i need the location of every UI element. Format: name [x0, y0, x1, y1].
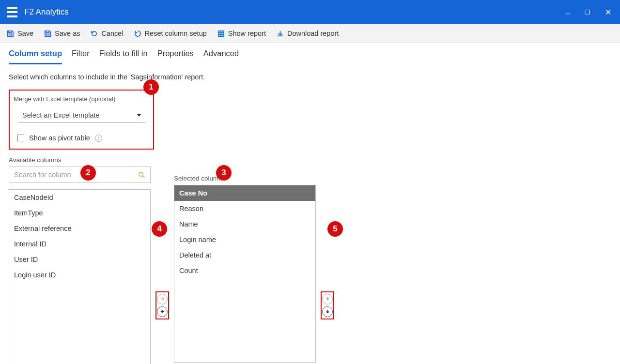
tab-advanced[interactable]: Advanced: [203, 47, 239, 64]
callout-2: 2: [80, 165, 96, 181]
merge-label: Merge with Excel template (optional): [14, 95, 145, 103]
move-down-button[interactable]: [322, 306, 333, 317]
available-columns-block: Available columns CaseNodeId ItemType Ex…: [9, 156, 151, 364]
save-label: Save: [17, 30, 33, 37]
grid-icon: [217, 30, 225, 37]
app-title: F2 Analytics: [24, 7, 69, 17]
template-placeholder: Select an Excel template: [22, 111, 100, 119]
undo-icon: [91, 30, 98, 37]
list-item[interactable]: Case No: [174, 185, 315, 201]
close-icon[interactable]: ✕: [605, 8, 611, 17]
reset-icon: [134, 30, 141, 37]
save-button[interactable]: Save: [7, 30, 33, 37]
arrow-up-icon: [325, 296, 330, 302]
selected-label: Selected columns: [174, 175, 316, 182]
selected-list[interactable]: Case No Reason Name Login name Deleted a…: [174, 185, 316, 363]
search-box: [9, 167, 151, 183]
move-controls: [155, 291, 169, 319]
callout-1: 1: [143, 79, 159, 95]
download-report-label: Download report: [287, 30, 339, 37]
move-left-button[interactable]: [157, 306, 168, 317]
tab-fields[interactable]: Fields to fill in: [99, 47, 148, 64]
arrow-right-icon: [160, 296, 165, 302]
list-item[interactable]: Name: [174, 216, 315, 232]
cancel-button[interactable]: Cancel: [91, 30, 123, 37]
titlebar: F2 Analytics _ ❐ ✕: [0, 0, 620, 24]
save-as-icon: [44, 30, 51, 37]
show-report-button[interactable]: Show report: [217, 30, 266, 37]
download-report-button[interactable]: Download report: [277, 30, 339, 37]
list-item[interactable]: Internal ID: [9, 236, 150, 252]
info-icon[interactable]: i: [95, 135, 102, 142]
list-item[interactable]: User ID: [9, 252, 150, 267]
arrow-left-icon: [160, 309, 165, 314]
list-item[interactable]: Deleted at: [174, 247, 315, 263]
tab-column-setup[interactable]: Column setup: [9, 47, 62, 64]
minimize-icon[interactable]: _: [566, 6, 570, 15]
tabs: Column setup Filter Fields to fill in Pr…: [0, 43, 620, 64]
svg-point-1: [139, 172, 143, 176]
reset-label: Reset column setup: [145, 30, 207, 37]
callout-4: 4: [152, 221, 167, 237]
move-right-button[interactable]: [157, 294, 168, 304]
svg-line-2: [142, 176, 144, 178]
available-list[interactable]: CaseNodeId ItemType External reference I…: [9, 189, 151, 364]
list-item[interactable]: External reference: [9, 221, 150, 236]
maximize-icon[interactable]: ❐: [585, 9, 590, 16]
tab-properties[interactable]: Properties: [157, 47, 194, 64]
show-report-label: Show report: [228, 30, 266, 37]
callout-3: 3: [216, 165, 232, 181]
list-item[interactable]: CaseNodeId: [9, 190, 150, 205]
callout-5: 5: [327, 221, 343, 237]
list-item[interactable]: Count: [174, 263, 315, 278]
list-item[interactable]: Reason: [174, 201, 315, 216]
search-input[interactable]: [14, 171, 138, 179]
merge-section: Merge with Excel template (optional) Sel…: [9, 90, 154, 150]
arrow-down-icon: [325, 309, 330, 314]
reorder-controls: [321, 291, 334, 319]
app-icon: [7, 7, 17, 17]
cancel-label: Cancel: [101, 30, 123, 37]
save-icon: [7, 30, 14, 37]
save-as-label: Save as: [55, 30, 80, 37]
search-icon: [138, 171, 145, 179]
instruction-text: Select which columns to include in the '…: [9, 73, 611, 81]
available-label: Available columns: [9, 156, 151, 164]
move-up-button[interactable]: [322, 294, 333, 304]
list-item[interactable]: Login name: [174, 232, 315, 247]
reset-button[interactable]: Reset column setup: [134, 30, 207, 37]
pivot-checkbox[interactable]: [17, 135, 24, 141]
selected-columns-block: Selected columns Case No Reason Name Log…: [174, 156, 316, 363]
list-item[interactable]: ItemType: [9, 205, 150, 221]
save-as-button[interactable]: Save as: [44, 30, 80, 37]
toolbar: Save Save as Cancel Reset column setup S…: [0, 24, 620, 43]
list-item[interactable]: Login user ID: [9, 267, 150, 283]
download-icon: [277, 30, 284, 37]
chevron-down-icon: [137, 114, 141, 117]
pivot-label: Show as pivot table: [29, 134, 90, 142]
svg-rect-0: [218, 30, 224, 36]
tab-filter[interactable]: Filter: [72, 47, 90, 64]
template-select[interactable]: Select an Excel template: [18, 108, 145, 122]
